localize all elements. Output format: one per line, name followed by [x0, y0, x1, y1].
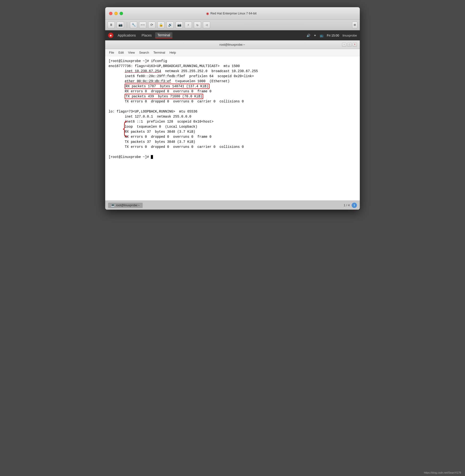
- minimize-button[interactable]: [114, 12, 118, 15]
- terminal-line-lo6: RX errors 0 dropped 0 overruns 0 frame 0: [109, 134, 356, 139]
- vm-toolbar: ⏸ 📷 🔧 ⟵⟶ ⟳ 🔒 🔊 📷 ⚡ ↻ ◁ ⊞: [105, 20, 360, 30]
- menu-terminal[interactable]: Terminal: [152, 50, 167, 55]
- terminal-line-blank1: [109, 104, 356, 109]
- page-indicator: 1 / 4: [344, 203, 350, 207]
- terminal-menubar: File Edit View Search Terminal Help: [105, 49, 360, 56]
- gnome-right-panel: 🔊 ✦ 📺 Fri 15:00 linuxprobe: [306, 34, 357, 37]
- gnome-terminal[interactable]: Terminal: [155, 32, 173, 38]
- gnome-time: Fri 15:00: [327, 34, 339, 37]
- terminal-line-7: RX errors 0 dropped 0 overruns 0 frame 0: [109, 89, 356, 94]
- terminal-line-3: inet 10.230.67.254 netmask 255.255.252.0…: [109, 69, 356, 74]
- gnome-nav-left: ◉ Applications Places Terminal: [108, 32, 172, 38]
- terminal-line-lo2: inet 127.0.0.1 netmask 255.0.0.0: [109, 114, 356, 119]
- terminal-window: root@linuxprobe:~ − □ × File Edit View S…: [105, 40, 360, 210]
- ether-address: ether 00:0c:29:db:f3:ef: [125, 79, 171, 83]
- terminal-line-lo4: loop txqueuelen 0 (Local Loopback): [109, 124, 356, 129]
- terminal-title: root@linuxprobe:~: [123, 43, 342, 46]
- snapshot-button[interactable]: 📷: [117, 22, 124, 28]
- vm-titlebar: ◉ Red Hat Enterprise Linux 7 64-bit: [105, 7, 360, 20]
- terminal-titlebar: root@linuxprobe:~ − □ ×: [105, 40, 360, 49]
- pause-button[interactable]: ⏸: [108, 22, 115, 28]
- info-button[interactable]: i: [352, 203, 357, 208]
- rx-packets: RX packets 1787 bytes 140741 (137.4 KiB): [125, 84, 209, 89]
- terminal-line-lo5: RX packets 37 bytes 3848 (3.7 KiB): [109, 129, 356, 134]
- audio-icon[interactable]: 🔊: [306, 34, 310, 37]
- terminal-line-1: [root@linuxprobe ~]# ifconfig: [109, 59, 356, 64]
- terminal-prompt-final: [root@linuxprobe ~]#: [109, 155, 356, 160]
- terminal-line-4: inet6 fe80::20c:29ff:fedb:f3ef prefixlen…: [109, 74, 356, 79]
- terminal-line-lo3: inet6 ::1 prefixlen 128 scopeid 0x10<hos…: [109, 119, 356, 124]
- wrench-button[interactable]: 🔧: [130, 22, 137, 28]
- usb-button[interactable]: ⚡: [185, 22, 192, 28]
- network-icon[interactable]: 📺: [320, 34, 324, 37]
- terminal-line-lo7: TX packets 37 bytes 3848 (3.7 KiB): [109, 139, 356, 144]
- terminal-output[interactable]: [root@linuxprobe ~]# ifconfig eno1677773…: [105, 56, 360, 200]
- cycle-button[interactable]: ↻: [194, 22, 201, 28]
- terminal-line-5: ether 00:0c:29:db:f3:ef txqueuelen 1000 …: [109, 79, 356, 84]
- mac-outer-window: ◉ Red Hat Enterprise Linux 7 64-bit ⏸ 📷 …: [105, 7, 360, 210]
- mac-window-buttons: [109, 12, 123, 15]
- redhat-title-icon: ◉: [206, 11, 209, 15]
- gnome-user[interactable]: linuxprobe: [342, 34, 357, 37]
- terminal-line-8: TX packets 439 bytes 71680 (70.0 KiB): [109, 94, 356, 99]
- arrows-button[interactable]: ⟵⟶: [139, 22, 146, 28]
- menu-edit[interactable]: Edit: [116, 50, 126, 55]
- tab-label: root@linuxprobe:~: [116, 204, 140, 207]
- gnome-top-panel: ◉ Applications Places Terminal 🔊 ✦ 📺 Fri…: [105, 30, 360, 40]
- terminal-line-6: RX packets 1787 bytes 140741 (137.4 KiB): [109, 84, 356, 89]
- menu-help[interactable]: Help: [168, 50, 178, 55]
- terminal-tab[interactable]: 💻 root@linuxprobe:~: [108, 203, 143, 208]
- terminal-bottombar: 💻 root@linuxprobe:~ 1 / 4 i: [105, 200, 360, 210]
- tab-icon: 💻: [111, 204, 115, 207]
- watermark: https://blog.csdn.net/SeanYi178: [424, 471, 461, 474]
- fullscreen-button[interactable]: ⊞: [352, 22, 357, 28]
- audio-button[interactable]: 🔊: [167, 22, 174, 28]
- menu-view[interactable]: View: [126, 50, 137, 55]
- terminal-line-blank2: [109, 150, 356, 155]
- terminal-minimize[interactable]: −: [342, 43, 346, 47]
- terminal-restore[interactable]: □: [347, 43, 352, 47]
- inet-address: inet 10.230.67.254: [125, 69, 161, 73]
- bottom-right: 1 / 4 i: [344, 203, 357, 208]
- vm-window-title: ◉ Red Hat Enterprise Linux 7 64-bit: [126, 11, 337, 15]
- terminal-window-buttons: − □ ×: [342, 43, 357, 47]
- menu-file[interactable]: File: [107, 50, 116, 55]
- lock-button[interactable]: 🔒: [157, 22, 165, 28]
- maximize-button[interactable]: [120, 12, 123, 15]
- menu-search[interactable]: Search: [137, 50, 151, 55]
- gnome-applications[interactable]: Applications: [115, 33, 138, 38]
- close-button[interactable]: [109, 12, 112, 15]
- gnome-places[interactable]: Places: [139, 33, 154, 38]
- terminal-cursor: [151, 155, 153, 159]
- terminal-line-2: eno16777736: flags=4163<UP,BROADCAST,RUN…: [109, 64, 356, 69]
- back-button[interactable]: ◁: [203, 22, 210, 28]
- terminal-line-lo8: TX errors 0 dropped 0 overruns 0 carrier…: [109, 144, 356, 150]
- redhat-icon: ◉: [108, 33, 113, 38]
- refresh-button[interactable]: ⟳: [148, 22, 155, 28]
- camera-button[interactable]: 📷: [176, 22, 183, 28]
- tx-packets: TX packets 439 bytes 71680 (70.0 KiB): [125, 94, 203, 99]
- terminal-line-lo1: lo: flags=73<UP,LOOPBACK,RUNNING> mtu 65…: [109, 109, 356, 114]
- bluetooth-icon[interactable]: ✦: [314, 34, 316, 37]
- terminal-close[interactable]: ×: [353, 43, 357, 47]
- terminal-line-9: TX errors 0 dropped 0 overruns 0 carrier…: [109, 99, 356, 104]
